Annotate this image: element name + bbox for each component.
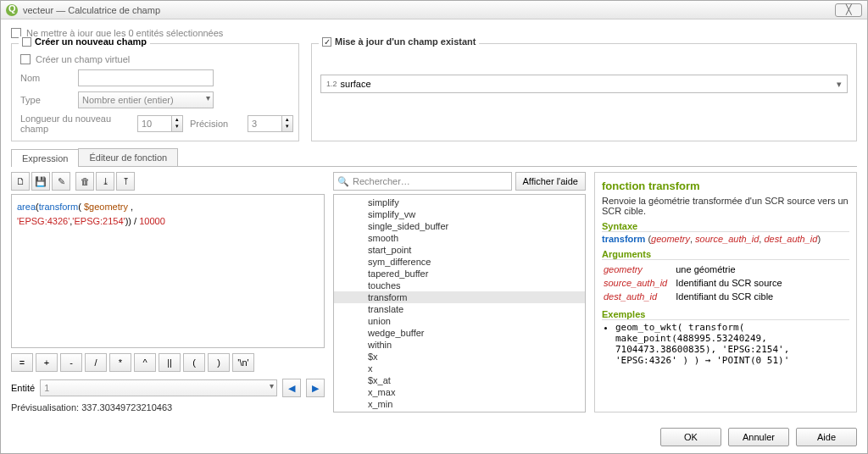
field-length-stepper[interactable]: ▴▾ xyxy=(137,115,183,132)
op-button[interactable]: ( xyxy=(183,353,205,372)
virtual-field-checkbox[interactable] xyxy=(20,54,31,64)
close-button[interactable]: ╳ xyxy=(835,3,862,17)
help-button[interactable]: Aide xyxy=(796,428,857,446)
help-example: geom_to_wkt( transform( make_point(48899… xyxy=(615,322,849,366)
field-name-input[interactable] xyxy=(78,69,214,86)
op-button[interactable]: * xyxy=(109,353,131,372)
tree-item[interactable]: transform xyxy=(334,291,585,303)
create-field-checkbox[interactable] xyxy=(22,37,31,47)
panel-update-title: Mise à jour d'un champ existant xyxy=(319,36,479,47)
search-input[interactable]: 🔍 Rechercher… xyxy=(333,172,512,191)
help-title: fonction transform xyxy=(602,180,849,192)
expression-toolbar: 🗋💾✎🗑⤓⤒ xyxy=(11,172,325,191)
tree-item[interactable]: simplify xyxy=(334,197,585,208)
tree-item[interactable]: smooth xyxy=(334,232,585,244)
tab-expression[interactable]: Expression xyxy=(11,149,79,167)
function-tree[interactable]: simplifysimplify_vwsingle_sided_buffersm… xyxy=(333,194,586,412)
qgis-icon xyxy=(6,4,18,16)
tree-item[interactable]: union xyxy=(334,315,585,327)
expression-editor[interactable]: area(transform( $geometry , 'EPSG:4326',… xyxy=(11,194,325,348)
op-button[interactable]: + xyxy=(36,353,58,372)
help-syntax: transform (geometry, source_auth_id, des… xyxy=(602,234,849,244)
toolbar-icon-2[interactable]: ✎ xyxy=(52,172,70,191)
op-button[interactable]: - xyxy=(60,353,82,372)
tree-item[interactable]: x_max xyxy=(334,386,585,398)
tree-item[interactable]: wedge_buffer xyxy=(334,327,585,339)
op-button[interactable]: = xyxy=(11,353,33,372)
ok-button[interactable]: OK xyxy=(660,428,721,446)
toolbar-icon-4[interactable]: ⤓ xyxy=(96,172,114,191)
tree-item[interactable]: $x xyxy=(334,351,585,363)
function-list-column: 🔍 Rechercher… Afficher l'aide simplifysi… xyxy=(333,172,586,412)
toolbar-icon-3[interactable]: 🗑 xyxy=(75,172,94,191)
window-title: vecteur — Calculatrice de champ xyxy=(23,5,160,15)
prev-entity-button[interactable]: ◀ xyxy=(282,379,301,397)
panel-create-title: Créer un nouveau champ xyxy=(19,36,150,47)
tree-item[interactable]: x xyxy=(334,363,585,374)
tree-item[interactable]: x_min xyxy=(334,398,585,410)
tree-item[interactable]: single_sided_buffer xyxy=(334,220,585,232)
tree-item[interactable]: translate xyxy=(334,303,585,315)
expression-column: 🗋💾✎🗑⤓⤒ area(transform( $geometry , 'EPSG… xyxy=(11,172,325,412)
panel-create-field: Créer un nouveau champ Créer un champ vi… xyxy=(11,43,299,141)
field-precision-label: Précision xyxy=(190,119,241,129)
operator-bar: =+-/*^||()'\n' xyxy=(11,353,325,372)
help-args-table: geometryune géométriesource_auth_idIdent… xyxy=(602,262,791,304)
field-name-label: Nom xyxy=(20,73,71,83)
tree-item[interactable]: $x_at xyxy=(334,374,585,386)
op-button[interactable]: / xyxy=(85,353,107,372)
update-field-checkbox[interactable] xyxy=(322,37,331,47)
cancel-button[interactable]: Annuler xyxy=(728,428,789,446)
op-button[interactable]: || xyxy=(159,353,181,372)
entity-label: Entité xyxy=(11,383,35,393)
preview: Prévisualisation: 337.30349723210463 xyxy=(11,402,325,412)
op-button[interactable]: ) xyxy=(208,353,230,372)
next-entity-button[interactable]: ▶ xyxy=(306,379,325,397)
tabs: Expression Éditeur de fonction xyxy=(11,148,857,167)
field-type-label: Type xyxy=(20,95,71,105)
tab-function-editor[interactable]: Éditeur de fonction xyxy=(78,148,178,166)
show-help-button[interactable]: Afficher l'aide xyxy=(515,172,587,191)
tree-item[interactable]: tapered_buffer xyxy=(334,268,585,280)
toolbar-icon-0[interactable]: 🗋 xyxy=(11,172,30,191)
entity-select[interactable]: 1 xyxy=(40,379,277,396)
tree-item[interactable]: sym_difference xyxy=(334,256,585,268)
tree-item[interactable]: touches xyxy=(334,280,585,291)
field-precision-stepper[interactable]: ▴▾ xyxy=(248,115,293,132)
op-button[interactable]: '\n' xyxy=(232,353,254,372)
toolbar-icon-1[interactable]: 💾 xyxy=(31,172,50,191)
numeric-icon: 1.2 xyxy=(326,80,337,88)
update-field-select[interactable]: 1.2 surface xyxy=(320,75,848,93)
virtual-field-label: Créer un champ virtuel xyxy=(36,54,130,64)
help-panel: fonction transform Renvoie la géométrie … xyxy=(594,172,857,412)
search-icon: 🔍 xyxy=(337,176,349,187)
field-calculator-window: vecteur — Calculatrice de champ ╳ Ne met… xyxy=(0,0,868,454)
field-length-label: Longueur du nouveau champ xyxy=(20,114,131,134)
tree-item[interactable]: simplify_vw xyxy=(334,208,585,220)
tree-item[interactable]: start_point xyxy=(334,244,585,256)
field-type-select[interactable]: Nombre entier (entier) xyxy=(78,91,214,108)
op-button[interactable]: ^ xyxy=(134,353,156,372)
panel-update-field: Mise à jour d'un champ existant 1.2 surf… xyxy=(311,43,857,141)
dialog-buttons: OK Annuler Aide xyxy=(660,428,857,446)
titlebar: vecteur — Calculatrice de champ ╳ xyxy=(1,1,867,19)
tree-item[interactable]: within xyxy=(334,339,585,351)
content: Ne mettre à jour que les 0 entités sélec… xyxy=(1,19,867,419)
toolbar-icon-5[interactable]: ⤒ xyxy=(116,172,135,191)
